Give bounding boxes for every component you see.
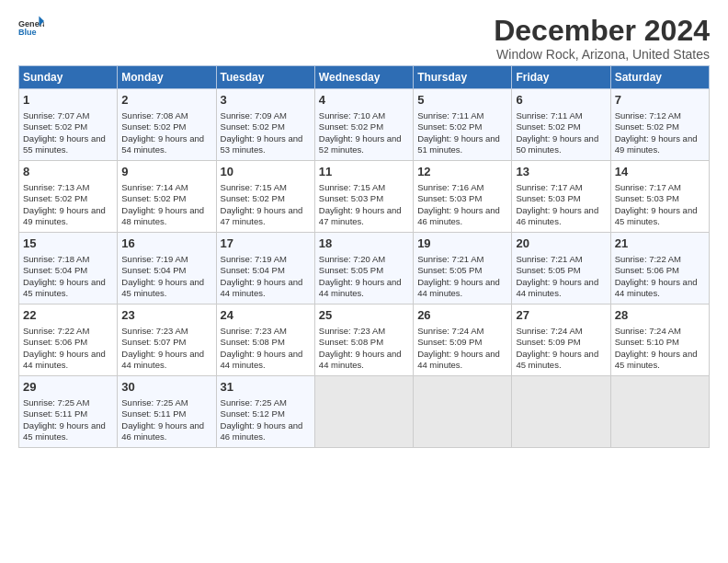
day-number: 11 (319, 165, 409, 180)
sunset: Sunset: 5:03 PM (319, 193, 383, 203)
daylight: Daylight: 9 hours and 44 minutes. (121, 349, 204, 370)
daylight: Daylight: 9 hours and 55 minutes. (23, 133, 106, 155)
day-number: 6 (516, 93, 606, 109)
daylight: Daylight: 9 hours and 45 minutes. (23, 277, 106, 298)
calendar-cell: 9Sunrise: 7:14 AMSunset: 5:02 PMDaylight… (118, 161, 216, 233)
sunset: Sunset: 5:02 PM (417, 121, 482, 132)
calendar-cell: 16Sunrise: 7:19 AMSunset: 5:04 PMDayligh… (118, 233, 216, 304)
calendar-cell: 4Sunrise: 7:10 AMSunset: 5:02 PMDaylight… (314, 89, 413, 161)
sunrise: Sunrise: 7:14 AM (121, 182, 188, 192)
calendar-cell: 30Sunrise: 7:25 AMSunset: 5:11 PMDayligh… (118, 376, 216, 448)
daylight: Daylight: 9 hours and 46 minutes. (121, 420, 204, 442)
header: General Blue December 2024 Window Rock, … (18, 15, 710, 62)
sunrise: Sunrise: 7:25 AM (23, 397, 89, 408)
header-wednesday: Wednesday (314, 66, 413, 89)
sunrise: Sunrise: 7:09 AM (221, 110, 287, 121)
daylight: Daylight: 9 hours and 46 minutes. (417, 205, 500, 226)
day-number: 23 (121, 308, 211, 324)
calendar-cell: 27Sunrise: 7:24 AMSunset: 5:09 PMDayligh… (512, 304, 610, 376)
daylight: Daylight: 9 hours and 44 minutes. (221, 349, 303, 370)
day-number: 10 (221, 165, 311, 180)
calendar-cell: 8Sunrise: 7:13 AMSunset: 5:02 PMDaylight… (19, 161, 118, 233)
daylight: Daylight: 9 hours and 51 minutes. (417, 133, 500, 155)
header-thursday: Thursday (414, 66, 512, 89)
day-number: 12 (417, 165, 507, 180)
daylight: Daylight: 9 hours and 45 minutes. (615, 349, 698, 370)
day-number: 14 (615, 165, 705, 180)
daylight: Daylight: 9 hours and 44 minutes. (417, 349, 500, 370)
calendar-cell: 20Sunrise: 7:21 AMSunset: 5:05 PMDayligh… (512, 233, 610, 304)
sunrise: Sunrise: 7:16 AM (417, 182, 483, 192)
day-number: 1 (23, 93, 113, 109)
sunset: Sunset: 5:02 PM (221, 193, 285, 203)
day-number: 19 (417, 236, 507, 252)
main-title: December 2024 (494, 15, 710, 47)
day-number: 25 (319, 308, 409, 324)
day-number: 24 (221, 308, 311, 324)
sunset: Sunset: 5:09 PM (417, 337, 482, 347)
day-number: 8 (23, 165, 113, 180)
table-row: 15Sunrise: 7:18 AMSunset: 5:04 PMDayligh… (19, 233, 710, 304)
daylight: Daylight: 9 hours and 44 minutes. (516, 277, 598, 298)
daylight: Daylight: 9 hours and 46 minutes. (221, 420, 303, 442)
daylight: Daylight: 9 hours and 47 minutes. (221, 205, 303, 226)
svg-text:Blue: Blue (18, 28, 37, 37)
daylight: Daylight: 9 hours and 45 minutes. (23, 420, 106, 442)
daylight: Daylight: 9 hours and 45 minutes. (121, 277, 204, 298)
sunrise: Sunrise: 7:25 AM (221, 397, 287, 408)
calendar-cell: 28Sunrise: 7:24 AMSunset: 5:10 PMDayligh… (610, 304, 709, 376)
day-number: 27 (516, 308, 606, 324)
daylight: Daylight: 9 hours and 49 minutes. (615, 133, 698, 155)
calendar-cell (314, 376, 413, 448)
day-number: 26 (417, 308, 507, 324)
calendar-cell: 1Sunrise: 7:07 AMSunset: 5:02 PMDaylight… (19, 89, 118, 161)
calendar-cell: 22Sunrise: 7:22 AMSunset: 5:06 PMDayligh… (19, 304, 118, 376)
day-number: 20 (516, 236, 606, 252)
daylight: Daylight: 9 hours and 54 minutes. (121, 133, 204, 155)
sunset: Sunset: 5:02 PM (319, 121, 383, 132)
sunset: Sunset: 5:03 PM (417, 193, 482, 203)
sunrise: Sunrise: 7:19 AM (121, 254, 188, 264)
sunrise: Sunrise: 7:24 AM (417, 326, 483, 336)
day-number: 7 (615, 93, 705, 109)
sunset: Sunset: 5:02 PM (221, 121, 285, 132)
calendar-cell: 31Sunrise: 7:25 AMSunset: 5:12 PMDayligh… (216, 376, 314, 448)
sunrise: Sunrise: 7:17 AM (615, 182, 681, 192)
daylight: Daylight: 9 hours and 52 minutes. (319, 133, 402, 155)
calendar-cell: 7Sunrise: 7:12 AMSunset: 5:02 PMDaylight… (610, 89, 709, 161)
day-number: 21 (615, 236, 705, 252)
day-number: 2 (121, 93, 211, 109)
day-number: 29 (23, 380, 113, 396)
header-friday: Friday (512, 66, 610, 89)
calendar-cell: 5Sunrise: 7:11 AMSunset: 5:02 PMDaylight… (414, 89, 512, 161)
daylight: Daylight: 9 hours and 50 minutes. (516, 133, 598, 155)
sunset: Sunset: 5:05 PM (417, 265, 482, 275)
calendar-cell (512, 376, 610, 448)
calendar-cell: 21Sunrise: 7:22 AMSunset: 5:06 PMDayligh… (610, 233, 709, 304)
calendar-cell: 26Sunrise: 7:24 AMSunset: 5:09 PMDayligh… (414, 304, 512, 376)
sunrise: Sunrise: 7:15 AM (319, 182, 385, 192)
daylight: Daylight: 9 hours and 45 minutes. (615, 205, 698, 226)
sunrise: Sunrise: 7:07 AM (23, 110, 89, 121)
day-number: 4 (319, 93, 409, 109)
sunset: Sunset: 5:11 PM (121, 408, 186, 419)
calendar-cell: 11Sunrise: 7:15 AMSunset: 5:03 PMDayligh… (314, 161, 413, 233)
sunset: Sunset: 5:03 PM (615, 193, 679, 203)
calendar-cell: 10Sunrise: 7:15 AMSunset: 5:02 PMDayligh… (216, 161, 314, 233)
day-number: 15 (23, 236, 113, 252)
sunrise: Sunrise: 7:11 AM (417, 110, 483, 121)
calendar-cell: 17Sunrise: 7:19 AMSunset: 5:04 PMDayligh… (216, 233, 314, 304)
table-row: 8Sunrise: 7:13 AMSunset: 5:02 PMDaylight… (19, 161, 710, 233)
daylight: Daylight: 9 hours and 44 minutes. (417, 277, 500, 298)
day-number: 13 (516, 165, 606, 180)
title-block: December 2024 Window Rock, Arizona, Unit… (494, 15, 710, 62)
daylight: Daylight: 9 hours and 44 minutes. (319, 277, 402, 298)
sunset: Sunset: 5:02 PM (615, 121, 679, 132)
sunrise: Sunrise: 7:23 AM (221, 326, 287, 336)
header-monday: Monday (118, 66, 216, 89)
daylight: Daylight: 9 hours and 47 minutes. (319, 205, 402, 226)
table-row: 22Sunrise: 7:22 AMSunset: 5:06 PMDayligh… (19, 304, 710, 376)
day-number: 28 (615, 308, 705, 324)
calendar-cell (414, 376, 512, 448)
sunset: Sunset: 5:02 PM (121, 121, 186, 132)
